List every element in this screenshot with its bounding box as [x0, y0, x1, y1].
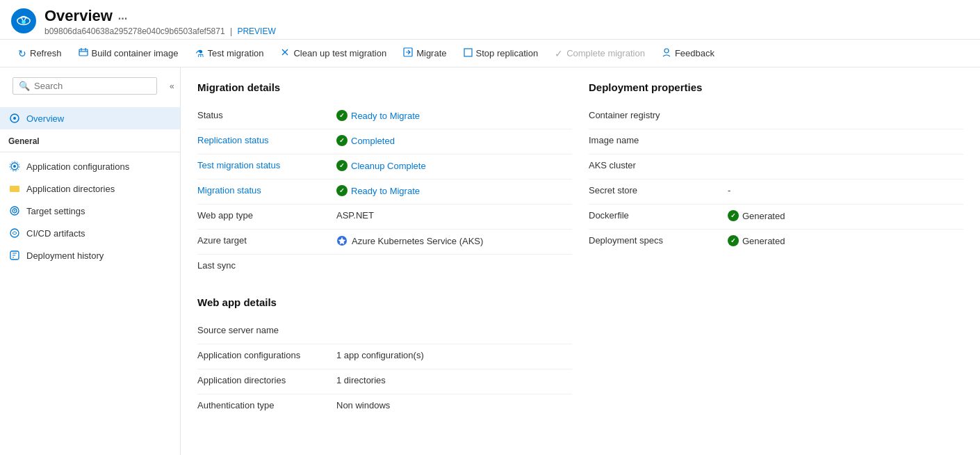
- secret-store-value: -: [728, 185, 730, 195]
- svg-rect-4: [464, 49, 472, 56]
- kubernetes-icon: [336, 235, 348, 246]
- search-icon: 🔍: [19, 81, 30, 91]
- azure-target-value: Azure Kubernetes Service (AKS): [336, 235, 483, 246]
- complete-migration-button[interactable]: ✓ Complete migration: [548, 45, 652, 63]
- content-grid: Migration details Status Ready to Migrat…: [197, 81, 963, 420]
- test-migration-status-label[interactable]: Test migration status: [197, 160, 336, 170]
- subtitle: b09806da640638a295278e040c9b6503afef5871…: [44, 26, 276, 36]
- status-label: Status: [197, 110, 336, 120]
- svg-point-15: [10, 229, 19, 237]
- sidebar-item-target-settings[interactable]: Target settings: [0, 200, 180, 222]
- target-settings-icon: [8, 205, 21, 217]
- replication-status-label[interactable]: Replication status: [197, 135, 336, 145]
- more-options-button[interactable]: ...: [118, 10, 127, 22]
- svg-point-7: [13, 117, 16, 120]
- deployment-properties-title: Deployment properties: [589, 81, 963, 93]
- preview-badge: PREVIEW: [237, 26, 275, 36]
- deployment-specs-value: Generated: [728, 235, 785, 246]
- secret-store-row: Secret store -: [589, 179, 963, 205]
- azure-target-label: Azure target: [197, 235, 336, 246]
- test-migration-button[interactable]: ⚗ Test migration: [188, 45, 271, 63]
- dockerfile-badge: Generated: [728, 210, 785, 221]
- authentication-type-label: Authentication type: [197, 400, 336, 410]
- deployment-specs-label: Deployment specs: [589, 235, 728, 246]
- migration-details-title: Migration details: [197, 81, 572, 93]
- collapse-sidebar-button[interactable]: «: [167, 80, 177, 93]
- feedback-icon: [662, 47, 671, 59]
- status-badge: Ready to Migrate: [336, 110, 420, 121]
- deployment-specs-badge: Generated: [728, 235, 785, 246]
- migration-status-label[interactable]: Migration status: [197, 185, 336, 195]
- sidebar: 🔍 « Overview General: [0, 67, 181, 455]
- azure-target-row: Azure target Azure Kubernetes Service (A…: [197, 230, 572, 255]
- feedback-button[interactable]: Feedback: [655, 44, 721, 63]
- left-column: Migration details Status Ready to Migrat…: [197, 81, 572, 420]
- svg-point-1: [22, 20, 26, 24]
- test-migration-status-value: Cleanup Complete: [336, 160, 426, 171]
- title-text: Overview: [44, 7, 113, 25]
- web-app-details-title: Web app details: [197, 296, 572, 308]
- aks-cluster-label: AKS cluster: [589, 160, 728, 170]
- build-container-image-button[interactable]: Build container image: [72, 44, 186, 63]
- migration-status-dot: [336, 185, 348, 196]
- app-directories-icon: [8, 182, 21, 195]
- overview-icon: [8, 112, 21, 125]
- migration-status-row: Migration status Ready to Migrate: [197, 179, 572, 205]
- web-app-type-label: Web app type: [197, 210, 336, 221]
- sidebar-divider: [0, 152, 180, 152]
- build-label: Build container image: [92, 48, 179, 58]
- page-header: Overview ... b09806da640638a295278e040c9…: [0, 0, 980, 39]
- cicd-artifacts-label: CI/CD artifacts: [26, 228, 85, 239]
- app-directories-row: Application directories 1 directories: [197, 369, 572, 394]
- test-status-dot: [336, 160, 348, 171]
- source-server-label: Source server name: [197, 325, 336, 335]
- search-input[interactable]: [34, 81, 151, 91]
- status-row: Status Ready to Migrate: [197, 104, 572, 129]
- build-icon: [79, 47, 88, 59]
- complete-label: Complete migration: [566, 48, 645, 58]
- secret-store-label: Secret store: [589, 185, 728, 195]
- migration-details-table: Status Ready to Migrate Replication stat…: [197, 104, 572, 280]
- stop-icon: [464, 48, 473, 59]
- dockerfile-dot: [728, 210, 739, 221]
- main-layout: 🔍 « Overview General: [0, 67, 980, 455]
- web-app-type-value: ASP.NET: [336, 210, 374, 221]
- replication-status-badge: Completed: [336, 135, 395, 146]
- clean-test-migration-button[interactable]: Clean up test migration: [273, 44, 393, 63]
- search-container: 🔍: [13, 77, 157, 95]
- toolbar: ↻ Refresh Build container image ⚗ Test m…: [0, 39, 980, 67]
- refresh-icon: ↻: [18, 48, 26, 59]
- app-directories-label: Application directories: [26, 184, 115, 194]
- migrate-button[interactable]: Migrate: [396, 44, 453, 63]
- target-settings-label: Target settings: [26, 206, 85, 216]
- dockerfile-value: Generated: [728, 210, 785, 221]
- last-sync-label: Last sync: [197, 260, 336, 271]
- page-title: Overview ...: [44, 7, 276, 25]
- test-migration-status-row: Test migration status Cleanup Complete: [197, 154, 572, 179]
- test-icon: ⚗: [195, 48, 204, 59]
- clean-icon: [280, 47, 290, 59]
- azure-target-text: Azure Kubernetes Service (AKS): [352, 236, 483, 246]
- svg-point-9: [13, 165, 16, 168]
- sidebar-item-overview[interactable]: Overview: [0, 107, 180, 129]
- sidebar-item-cicd-artifacts[interactable]: CI/CD artifacts: [0, 222, 180, 244]
- replication-status-value: Completed: [336, 135, 395, 146]
- migrate-label: Migrate: [416, 48, 446, 58]
- sidebar-item-deployment-history[interactable]: Deployment history: [0, 244, 180, 266]
- replication-text: Completed: [351, 136, 395, 146]
- sidebar-item-app-directories[interactable]: Application directories: [0, 177, 180, 200]
- stop-replication-button[interactable]: Stop replication: [457, 45, 546, 63]
- authentication-type-row: Authentication type Non windows: [197, 394, 572, 420]
- app-config-icon: [8, 160, 21, 173]
- sidebar-nav: Overview General Application configurati…: [0, 104, 180, 269]
- replication-status-row: Replication status Completed: [197, 129, 572, 154]
- app-configurations-row-label: Application configurations: [197, 350, 336, 360]
- sidebar-item-app-configurations[interactable]: Application configurations: [0, 155, 180, 177]
- complete-icon: ✓: [555, 48, 563, 59]
- migration-status-value: Ready to Migrate: [336, 185, 420, 196]
- replication-dot: [336, 135, 348, 146]
- refresh-button[interactable]: ↻ Refresh: [11, 45, 69, 63]
- app-configurations-label: Application configurations: [26, 161, 129, 172]
- status-value: Ready to Migrate: [336, 110, 420, 121]
- general-section-label: General: [0, 129, 180, 149]
